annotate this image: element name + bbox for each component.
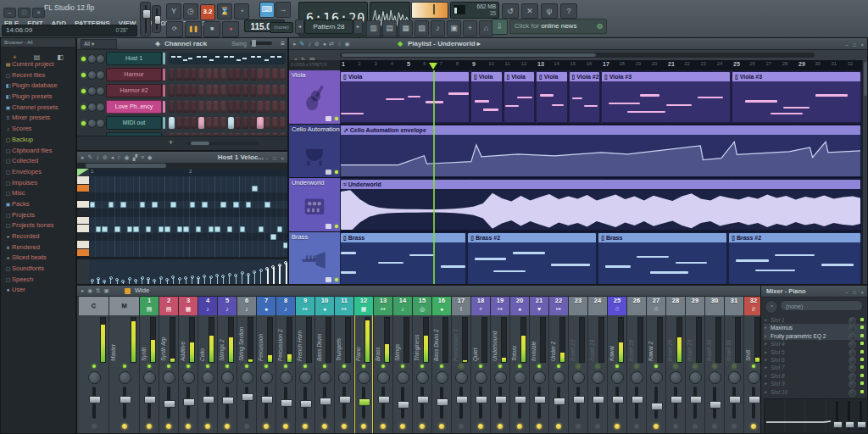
piano-note[interactable] xyxy=(177,226,183,232)
piano-roll-tool-7[interactable]: ▞ xyxy=(133,152,137,163)
browser-header[interactable]: Browser - All xyxy=(1,38,75,47)
piano-key[interactable] xyxy=(77,233,89,242)
step-cell[interactable] xyxy=(242,69,248,81)
strip-fader-handle[interactable] xyxy=(495,396,507,403)
strip-fader-handle[interactable] xyxy=(183,398,195,406)
mixer-strip-french-horn[interactable]: 9↦French Horn xyxy=(296,297,315,434)
clip-brass-2[interactable]: ▯ Brass #2 xyxy=(467,232,597,285)
swing-slider[interactable] xyxy=(250,42,272,45)
piano-note[interactable] xyxy=(183,226,189,232)
channel-mute-strip[interactable] xyxy=(163,69,165,81)
browser-item-soundfonts[interactable]: ▢Soundfonts xyxy=(1,264,75,275)
step-cell[interactable] xyxy=(183,101,189,113)
strip-pan-knob[interactable] xyxy=(592,371,604,384)
strip-pan-knob[interactable] xyxy=(119,371,131,384)
piano-roll-tool-0[interactable]: ▸ xyxy=(81,152,85,163)
strip-fader-handle[interactable] xyxy=(729,396,741,403)
browser-item-impulses[interactable]: ▢Impulses xyxy=(1,178,75,189)
help-icon[interactable]: ? xyxy=(560,3,577,19)
step-cell[interactable] xyxy=(257,69,263,81)
step-cell[interactable] xyxy=(264,101,270,113)
step-cell[interactable] xyxy=(176,101,182,113)
step-cell[interactable] xyxy=(235,69,241,81)
channel-led[interactable] xyxy=(81,105,86,109)
browser-item-mixer-presets[interactable]: ≡Mixer presets xyxy=(1,113,75,124)
velocity-marker[interactable] xyxy=(242,273,242,285)
strip-fx-lamp[interactable] xyxy=(420,424,425,429)
strip-header[interactable]: 21♥ xyxy=(530,297,548,315)
note-grid[interactable] xyxy=(89,176,288,257)
eq-slider-1[interactable] xyxy=(836,401,838,430)
strip-pan-knob[interactable] xyxy=(299,371,312,384)
strip-header[interactable]: 1▤ xyxy=(140,297,159,315)
playlist-header[interactable]: ▸✎♪⊘◂⇄○◉ ◆ Playlist - Underworld ▸ ‒ □ × xyxy=(289,38,867,50)
strip-fx-lamp[interactable] xyxy=(498,424,503,429)
slot-enable-led[interactable] xyxy=(860,342,864,345)
strip-fader-handle[interactable] xyxy=(417,396,429,403)
mixer-strip-trumpets[interactable]: 11↦Trumpets xyxy=(335,297,354,434)
playlist-tool-4[interactable]: ◂ xyxy=(323,38,326,49)
velocity-marker[interactable] xyxy=(279,265,281,285)
strip-fader-handle[interactable] xyxy=(690,396,702,403)
strip-pan-knob[interactable] xyxy=(611,371,624,384)
slot-enable-led[interactable] xyxy=(860,390,864,393)
browser-item-speech[interactable]: ▢Speech xyxy=(1,275,75,286)
mixer-strip-percussion-2[interactable]: 8♪Percussion 2 xyxy=(276,297,296,434)
strip-header[interactable]: 5♪ xyxy=(218,297,236,315)
piano-note[interactable] xyxy=(209,226,214,232)
strip-led[interactable] xyxy=(147,364,151,368)
strip-pan-knob[interactable] xyxy=(728,371,741,384)
strip-fader-handle[interactable] xyxy=(300,400,312,408)
mixer-strip-piano[interactable]: 12▦Piano xyxy=(354,297,374,434)
mixer-strip-insert-28[interactable]: 28Insert 28 xyxy=(666,297,686,434)
strip-fx-lamp[interactable] xyxy=(225,424,230,429)
piano-note[interactable] xyxy=(152,202,158,208)
clip-cello-automation-envelope[interactable]: ↗ Cello Automation envelope xyxy=(340,125,861,177)
step-cell[interactable] xyxy=(257,101,263,113)
mixer-strip-master[interactable]: MMaster xyxy=(109,297,140,434)
channel-rack-header[interactable]: All ▾ ◈ Channel rack Swing ≡ xyxy=(77,38,287,50)
browser-item-recorded[interactable]: +Recorded xyxy=(1,231,75,242)
strip-fx-lamp[interactable] xyxy=(205,424,210,429)
piano-note[interactable] xyxy=(108,202,114,208)
slot-expand-icon[interactable]: ▸ xyxy=(765,364,767,371)
piano-key[interactable] xyxy=(77,176,89,185)
strip-led[interactable] xyxy=(459,364,463,368)
strip-header[interactable]: 30 xyxy=(705,297,724,315)
strip-pan-knob[interactable] xyxy=(416,371,429,384)
slot-expand-icon[interactable]: ▸ xyxy=(765,316,767,324)
toggle-plugin-icon[interactable]: + xyxy=(463,20,477,36)
step-cell[interactable] xyxy=(228,117,234,129)
strip-fx-lamp[interactable] xyxy=(459,424,464,429)
strip-fx-lamp[interactable] xyxy=(342,424,347,429)
piano-key[interactable] xyxy=(77,225,89,233)
piano-note[interactable] xyxy=(127,226,133,232)
strip-fader-handle[interactable] xyxy=(398,401,409,409)
piano-note[interactable] xyxy=(264,202,270,208)
strip-led[interactable] xyxy=(186,364,190,368)
browser-item-collected[interactable]: ▢Collected xyxy=(1,156,75,167)
strip-fx-lamp[interactable] xyxy=(712,424,717,429)
strip-fader-handle[interactable] xyxy=(593,396,604,403)
strip-led[interactable] xyxy=(576,364,580,368)
plugin-panel-window-buttons[interactable]: ‒ □ × xyxy=(845,287,865,298)
piano-note[interactable] xyxy=(202,202,208,208)
strip-fader-handle[interactable] xyxy=(670,396,682,403)
rack-scrollbar[interactable] xyxy=(187,142,259,145)
lane-viola[interactable]: ▯ Viola▯ Viola▯ Viola▯ Viola▯ Viola #2▯ … xyxy=(340,70,862,125)
step-cell[interactable] xyxy=(176,117,182,129)
toggle-mixer-icon[interactable]: ▦ xyxy=(398,20,413,36)
piano-roll-tool-9[interactable]: ◆ xyxy=(147,152,152,163)
playlist-tool-2[interactable]: ♪ xyxy=(308,38,311,49)
strip-fader-handle[interactable] xyxy=(242,393,253,401)
step-cell[interactable] xyxy=(220,85,226,97)
browser-item-projects-bones[interactable]: ▢Projects bones xyxy=(1,220,75,231)
strip-fader-handle[interactable] xyxy=(573,396,585,403)
step-cell[interactable] xyxy=(169,69,175,81)
mixer-strip-undersound[interactable]: 19↦Undersound xyxy=(491,297,510,434)
slot-expand-icon[interactable]: ▸ xyxy=(765,340,767,348)
plugin-panel-header[interactable]: Mixer - Piano ‒ □ × xyxy=(761,286,867,298)
piano-roll-tool-1[interactable]: ✎ xyxy=(88,152,93,163)
slot-enable-led[interactable] xyxy=(860,318,864,321)
mixer-layout-icon[interactable] xyxy=(125,288,131,294)
